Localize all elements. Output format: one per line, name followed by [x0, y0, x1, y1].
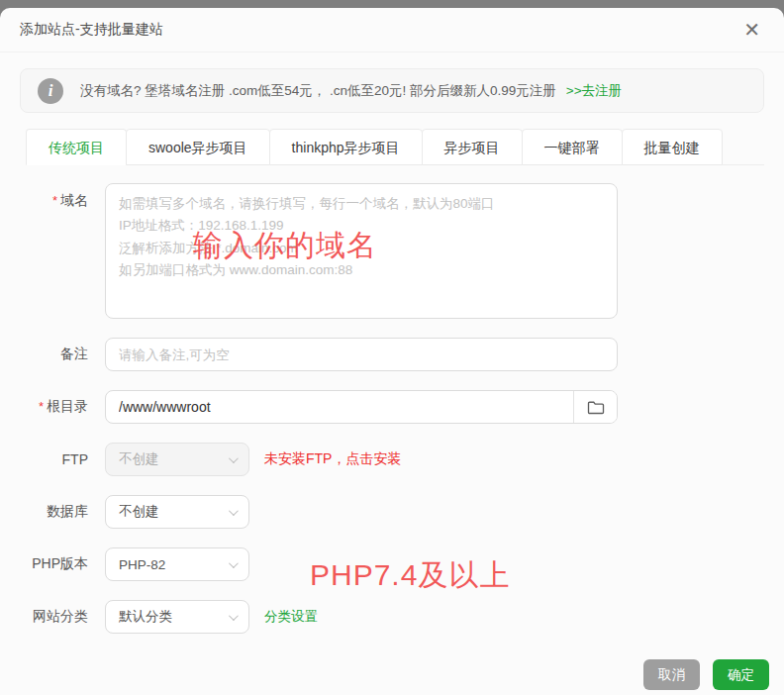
php-version-select[interactable]: PHP-82 — [105, 547, 249, 581]
database-label: 数据库 — [0, 503, 105, 521]
domain-textarea[interactable] — [105, 183, 618, 319]
close-icon[interactable]: ✕ — [739, 18, 764, 42]
site-category-select[interactable]: 默认分类 — [105, 600, 249, 634]
ftp-label: FTP — [0, 451, 105, 467]
chevron-down-icon — [229, 453, 239, 463]
chevron-down-icon — [229, 506, 239, 516]
domain-label: *域名 — [0, 183, 105, 210]
dialog-titlebar: 添加站点-支持批量建站 ✕ — [0, 8, 784, 52]
required-mark: * — [39, 399, 44, 414]
tab-async-project[interactable]: 异步项目 — [422, 129, 523, 165]
banner-text: 没有域名? 堡塔域名注册 .com低至54元， .cn低至20元! 部分后缀新人… — [80, 82, 556, 100]
category-settings-link[interactable]: 分类设置 — [264, 608, 318, 626]
ftp-select-value: 不创建 — [119, 450, 159, 468]
root-row: *根目录 — [0, 390, 764, 424]
site-category-select-value: 默认分类 — [119, 608, 172, 626]
chevron-down-icon — [229, 558, 239, 568]
tab-traditional-project[interactable]: 传统项目 — [26, 129, 127, 165]
ftp-select[interactable]: 不创建 — [105, 443, 249, 476]
tab-thinkphp-async-project[interactable]: thinkphp异步项目 — [269, 129, 423, 165]
tab-swoole-async-project[interactable]: swoole异步项目 — [126, 129, 270, 165]
root-path-input[interactable] — [106, 391, 573, 423]
chevron-down-icon — [229, 611, 239, 621]
required-mark: * — [52, 193, 57, 208]
go-register-link[interactable]: >>去注册 — [566, 82, 622, 100]
database-row: 数据库 不创建 — [0, 495, 764, 529]
site-category-row: 网站分类 默认分类 分类设置 — [0, 600, 764, 634]
info-icon: i — [38, 78, 63, 104]
site-category-label: 网站分类 — [0, 608, 105, 626]
php-version-label: PHP版本 — [0, 555, 105, 573]
database-select-value: 不创建 — [119, 503, 159, 521]
add-site-form: *域名 备注 *根目录 FTP 不创建 — [0, 165, 784, 634]
browse-folder-button[interactable] — [573, 391, 617, 423]
domain-promo-banner: i 没有域名? 堡塔域名注册 .com低至54元， .cn低至20元! 部分后缀… — [20, 68, 764, 113]
php-version-row: PHP版本 PHP-82 — [0, 547, 764, 581]
note-row: 备注 — [0, 338, 764, 371]
ftp-install-warning[interactable]: 未安装FTP，点击安装 — [264, 450, 401, 468]
project-type-tabs: 传统项目 swoole异步项目 thinkphp异步项目 异步项目 一键部署 批… — [26, 129, 764, 165]
domain-row: *域名 — [0, 183, 764, 319]
root-label: *根目录 — [0, 398, 105, 416]
tab-batch-create[interactable]: 批量创建 — [622, 129, 723, 165]
root-input-group — [105, 390, 618, 424]
tab-one-click-deploy[interactable]: 一键部署 — [522, 129, 623, 165]
note-label: 备注 — [0, 346, 105, 363]
folder-icon — [587, 400, 605, 415]
ftp-row: FTP 不创建 未安装FTP，点击安装 — [0, 443, 764, 476]
dialog-title: 添加站点-支持批量建站 — [20, 21, 163, 39]
cancel-button[interactable]: 取消 — [643, 659, 700, 690]
database-select[interactable]: 不创建 — [105, 495, 249, 529]
php-version-select-value: PHP-82 — [119, 557, 165, 572]
add-site-dialog: 添加站点-支持批量建站 ✕ i 没有域名? 堡塔域名注册 .com低至54元， … — [0, 8, 784, 695]
confirm-button[interactable]: 确定 — [713, 659, 769, 690]
note-input[interactable] — [105, 338, 618, 371]
dialog-footer: 取消 确定 — [643, 659, 769, 690]
